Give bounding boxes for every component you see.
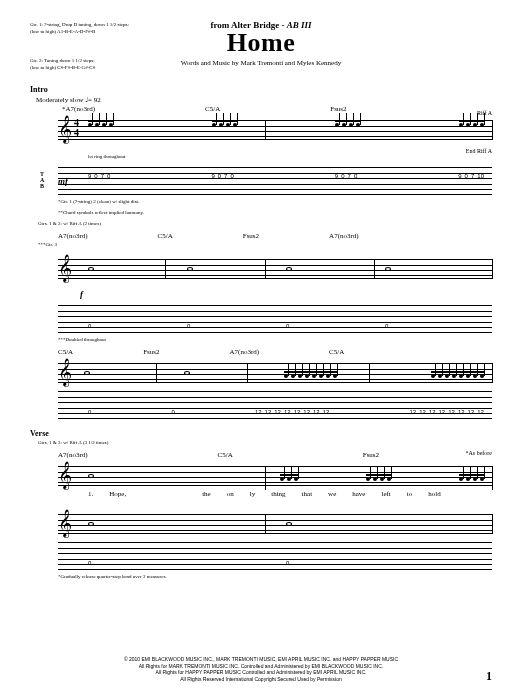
chord: Fsus2 [363,451,379,459]
lyric-word: thing [271,490,285,498]
chord: A7(no3rd) [58,232,88,240]
treble-clef-icon: 𝄞 [58,253,72,283]
treble-clef-icon: 𝄞 [58,460,72,490]
chord-fsus2: Fsus2 [330,105,346,113]
as-before-label: *As before [466,450,493,456]
chord: A7(no3rd) [230,348,260,356]
chord-row-1: *A7(no3rd) C5/A Fsus2 [62,105,492,113]
end-riff-a-label: End Riff A [466,148,492,154]
notation-staff-4b: 𝄞 [38,508,492,538]
notation-staff-1: 𝄞 44 [38,114,492,144]
chord-row-4: A7(no3rd) C5/A Fsus2 [58,451,492,459]
let-ring-note: let ring throughout [88,154,492,159]
chord-row-2: A7(no3rd) C5/A Fsus2 A7(no3rd) [58,232,492,240]
copyright-block: © 2010 EMI BLACKWOOD MUSIC INC., MARK TR… [30,656,492,682]
lyric-word: left [381,490,390,498]
treble-clef-icon: 𝄞 [58,114,72,144]
lyric-word: to [407,490,412,498]
dynamic-f: f [80,289,83,299]
tab-staff-1: TAB 9070 9070 9070 90710 [38,165,492,197]
chord: C5/A [158,232,173,240]
tuning-gtr2: Gtr. 2: Tuning down 1 1/2 steps: (low to… [30,58,95,71]
doubled-note: ***Doubled throughout [58,337,492,342]
tuning-gtr1-line2: (low to high) A1-B-E-A-D-F#-B [30,29,129,36]
song-credits: Words and Music by Mark Tremonti and Myl… [30,59,492,67]
tab-staff-3: 0 0 1212121212121212 1212121212121212 [38,389,492,421]
verse-number: 1. [88,490,93,498]
tab-staff-4: 0 0 [38,540,492,572]
lyric-word: the [202,490,211,498]
gtr12-riff-3x: Gtrs. 1 & 2: w/ Riff A (3 1/2 times) [38,440,492,445]
lyric-word: ly [250,490,255,498]
tab-lines [58,167,492,195]
gtr12-riff-2x: Gtrs. 1 & 2: w/ Riff A (2 times) [38,221,492,226]
chord-sym-note: **Chord symbols reflect implied harmony. [58,210,492,215]
chord: Fsus2 [243,232,259,240]
treble-clef-icon: 𝄞 [58,508,72,538]
copyright-line: All Rights Reserved International Copyri… [30,676,492,683]
lyric-word: Hope, [109,490,126,498]
notation-staff-3: 𝄞 [38,357,492,387]
tab-staff-2: 0 0 0 0 [38,303,492,335]
whole-note [88,267,94,271]
lyric-word: that [302,490,313,498]
treble-clef-icon: 𝄞 [58,357,72,387]
notation-staff-4: 𝄞 1. Hope, the on ly thing that we have … [38,460,492,494]
system-1: Intro Moderately slow ♩= 92 *A7(no3rd) C… [30,85,492,215]
notes-row-1 [88,120,484,127]
chord: C5/A [218,451,233,459]
tab-label: TAB [40,171,45,189]
tuning-gtr1: Gtr. 1: 7-string, Drop D tuning, down 1 … [30,22,129,35]
chord-row-3: C5/A Fsus2 A7(no3rd) C5/A [58,348,492,356]
time-signature: 44 [74,118,79,138]
chord-a7: *A7(no3rd) [62,105,95,113]
lyric-row: 1. Hope, the on ly thing that we have le… [88,490,482,498]
chord: A7(no3rd) [329,232,359,240]
chord: C5/A [58,348,73,356]
system-2: Gtrs. 1 & 2: w/ Riff A (2 times) A7(no3r… [30,221,492,342]
lyric-word: we [328,490,336,498]
notation-staff-2: 𝄞 [38,253,492,283]
tuning-gtr1-line1: Gtr. 1: 7-string, Drop D tuning, down 1 … [30,22,129,29]
chord: A7(no3rd) [58,451,88,459]
lyric-word: have [352,490,365,498]
section-verse: Verse [30,429,492,438]
lyric-word: hold [428,490,440,498]
system-4: Verse Gtrs. 1 & 2: w/ Riff A (3 1/2 time… [30,429,492,579]
gtr3-label: ***Gtr. 3 [38,242,492,247]
quarter-bend-note: *Gradually release quarter-step bend ove… [58,574,492,579]
gtr1-note: *Gtr. 1 (7-string) 2 (clean) w/ slight d… [58,199,492,204]
tuning-gtr2-line1: Gtr. 2: Tuning down 1 1/2 steps: [30,58,95,65]
system-3: C5/A Fsus2 A7(no3rd) C5/A 𝄞 0 0 12121212… [30,348,492,421]
chord: Fsus2 [143,348,159,356]
tuning-gtr2-line2: (low to high) C#-F#-B-E-G#-C# [30,65,95,72]
page-number: 1 [486,669,492,684]
chord-c5a: C5/A [205,105,220,113]
lyric-word: on [227,490,234,498]
tab-numbers-1: 9070 9070 9070 90710 [88,173,484,179]
section-intro: Intro [30,85,492,94]
tempo-marking: Moderately slow ♩= 92 [36,96,492,104]
chord: C5/A [329,348,344,356]
